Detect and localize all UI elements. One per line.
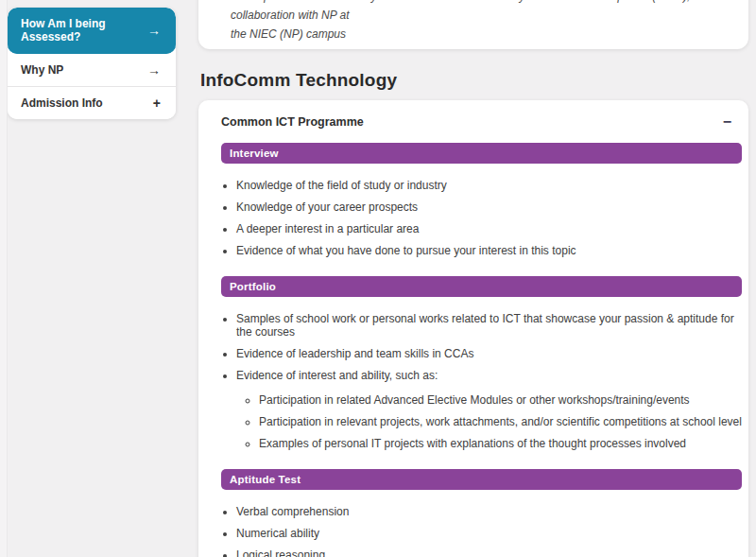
section-header-interview: Interview (221, 143, 742, 164)
arrow-right-icon: → (147, 63, 161, 77)
page-left-gutter (0, 0, 8, 557)
page-title: InfoComm Technology (200, 70, 748, 91)
portfolio-bullet-list: Samples of school work or personal works… (221, 312, 742, 450)
arrow-right-icon: → (147, 24, 161, 37)
intro-note-line-2: the NIEC (NP) campus (231, 25, 716, 44)
sidebar-item-label: Why NP (21, 63, 63, 77)
section-header-portfolio: Portfolio (221, 276, 742, 297)
list-item: Samples of school work or personal works… (236, 312, 742, 339)
page-layout: How Am I being Assessed? → Why NP → Admi… (0, 0, 756, 557)
list-item: Examples of personal IT projects with ex… (259, 437, 742, 450)
intro-note-card: This diploma is conducted by the Nationa… (198, 0, 748, 49)
collapse-button[interactable]: − (719, 114, 735, 130)
list-item-text: Evidence of interest and ability, such a… (236, 369, 438, 382)
sidebar-item-label: How Am I being Assessed? (21, 17, 147, 44)
list-item: Evidence of interest and ability, such a… (236, 369, 742, 450)
accordion-common-ict-programme: Common ICT Programme − Interview Knowled… (198, 100, 748, 557)
list-item: Participation in related Advanced Electi… (259, 393, 742, 407)
interview-bullet-list: Knowledge of the field of study or indus… (221, 179, 742, 257)
accordion-body: Interview Knowledge of the field of stud… (198, 143, 748, 557)
list-item: Verbal comprehension (236, 505, 742, 518)
portfolio-sub-bullet-list: Participation in related Advanced Electi… (236, 393, 742, 450)
section-header-aptitude-test: Aptitude Test (221, 469, 742, 490)
list-item: A deeper interest in a particular area (236, 222, 742, 235)
list-item: Logical reasoning (236, 548, 742, 557)
plus-icon: + (153, 96, 161, 110)
main-content: This diploma is conducted by the Nationa… (198, 0, 748, 557)
accordion-title: Common ICT Programme (221, 115, 364, 129)
list-item: Evidence of leadership and team skills i… (236, 347, 742, 360)
list-item: Knowledge of your career prospects (236, 200, 742, 214)
sidebar-item-label: Admission Info (21, 96, 103, 110)
sidebar: How Am I being Assessed? → Why NP → Admi… (8, 8, 176, 119)
minus-icon: − (723, 113, 731, 130)
sidebar-item-why-np[interactable]: Why NP → (8, 54, 176, 87)
list-item: Evidence of what you have done to pursue… (236, 244, 742, 257)
intro-note-line-1: This diploma is conducted by the Nationa… (231, 0, 716, 25)
list-item: Knowledge of the field of study or indus… (236, 179, 742, 192)
list-item: Numerical ability (236, 527, 742, 540)
sidebar-item-how-am-i-being-assessed[interactable]: How Am I being Assessed? → (8, 8, 176, 54)
accordion-header[interactable]: Common ICT Programme − (198, 100, 748, 143)
sidebar-item-admission-info[interactable]: Admission Info + (8, 87, 176, 119)
list-item: Participation in relevant projects, work… (259, 415, 742, 428)
aptitude-bullet-list: Verbal comprehension Numerical ability L… (221, 505, 742, 557)
